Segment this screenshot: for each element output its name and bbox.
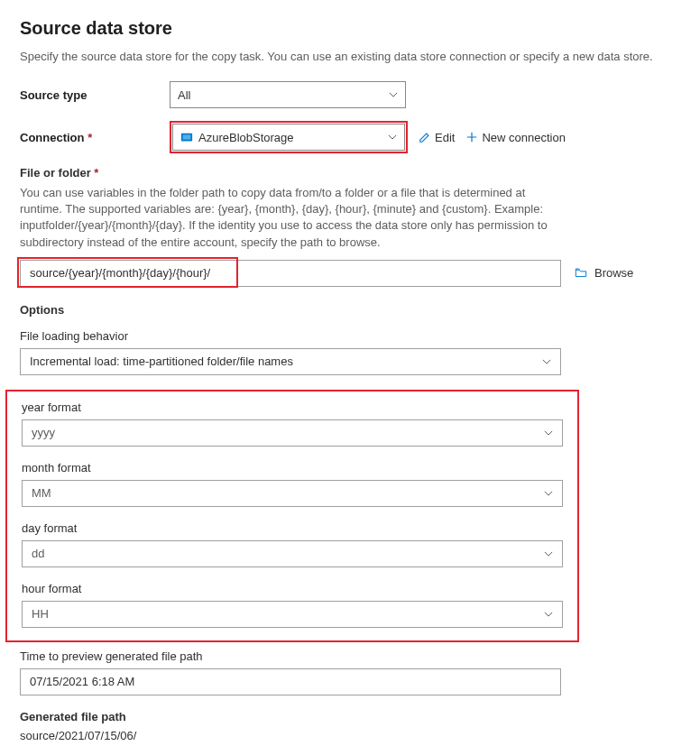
file-loading-label: File loading behavior	[20, 329, 680, 343]
chevron-down-icon	[544, 489, 553, 498]
chevron-down-icon	[544, 610, 553, 619]
chevron-down-icon	[388, 133, 397, 142]
edit-label: Edit	[435, 131, 455, 144]
connection-row: Connection * AzureBlobStorage Edit New c…	[20, 121, 680, 153]
connection-value: AzureBlobStorage	[198, 131, 294, 144]
chevron-down-icon	[544, 549, 553, 558]
connection-select[interactable]: AzureBlobStorage	[172, 124, 405, 151]
file-loading-value: Incremental load: time-partitioned folde…	[30, 355, 293, 368]
file-loading-select[interactable]: Incremental load: time-partitioned folde…	[20, 348, 561, 375]
file-folder-label: File or folder	[20, 166, 91, 180]
page-title: Source data store	[20, 18, 680, 39]
preview-time-field: Time to preview generated file path	[20, 649, 680, 695]
file-folder-help: You can use variables in the folder path…	[20, 185, 561, 251]
chevron-down-icon	[389, 90, 398, 99]
formats-highlight: year format yyyy month format MM day for…	[5, 390, 579, 642]
file-folder-input-row: Browse	[20, 260, 680, 287]
azure-blob-icon	[180, 131, 193, 143]
year-format-value: yyyy	[32, 426, 55, 439]
month-format-value: MM	[32, 486, 51, 500]
source-type-label: Source type	[20, 88, 170, 102]
month-format-label: month format	[22, 461, 563, 474]
pencil-icon	[419, 131, 431, 143]
plus-icon	[465, 131, 478, 143]
svg-rect-1	[183, 134, 191, 139]
hour-format-value: HH	[32, 607, 49, 621]
new-connection-label: New connection	[482, 131, 566, 144]
browse-label: Browse	[594, 266, 633, 280]
file-folder-label-wrap: File or folder *	[20, 166, 680, 180]
day-format-field: day format dd	[22, 521, 563, 567]
new-connection-button[interactable]: New connection	[465, 131, 566, 144]
hour-format-select[interactable]: HH	[22, 601, 563, 628]
connection-label-wrap: Connection *	[20, 131, 170, 144]
required-asterisk: *	[94, 166, 98, 180]
hour-format-field: hour format HH	[22, 582, 563, 628]
connection-highlight: AzureBlobStorage	[170, 121, 408, 153]
generated-path-value: source/2021/07/15/06/	[20, 729, 680, 742]
file-folder-input[interactable]	[20, 260, 561, 287]
file-loading-field: File loading behavior Incremental load: …	[20, 329, 680, 375]
source-type-value: All	[178, 88, 190, 102]
day-format-value: dd	[32, 547, 44, 560]
browse-button[interactable]: Browse	[574, 266, 633, 280]
generated-path-field: Generated file path source/2021/07/15/06…	[20, 710, 680, 742]
preview-time-label: Time to preview generated file path	[20, 649, 680, 663]
year-format-select[interactable]: yyyy	[22, 419, 563, 447]
source-type-select[interactable]: All	[170, 81, 406, 108]
month-format-field: month format MM	[22, 461, 563, 507]
edit-connection-button[interactable]: Edit	[419, 131, 455, 144]
day-format-label: day format	[22, 521, 563, 535]
month-format-select[interactable]: MM	[22, 480, 563, 507]
preview-time-input[interactable]	[20, 668, 561, 695]
hour-format-label: hour format	[22, 582, 563, 595]
source-type-row: Source type All	[20, 81, 680, 108]
chevron-down-icon	[542, 357, 551, 366]
generated-path-label: Generated file path	[20, 710, 680, 723]
required-asterisk: *	[88, 131, 92, 144]
day-format-select[interactable]: dd	[22, 540, 563, 567]
year-format-field: year format yyyy	[22, 401, 563, 447]
chevron-down-icon	[544, 428, 553, 437]
connection-label: Connection	[20, 131, 85, 144]
options-label: Options	[20, 303, 680, 317]
folder-icon	[574, 267, 588, 279]
year-format-label: year format	[22, 401, 563, 414]
page-subtitle: Specify the source data store for the co…	[20, 50, 680, 63]
